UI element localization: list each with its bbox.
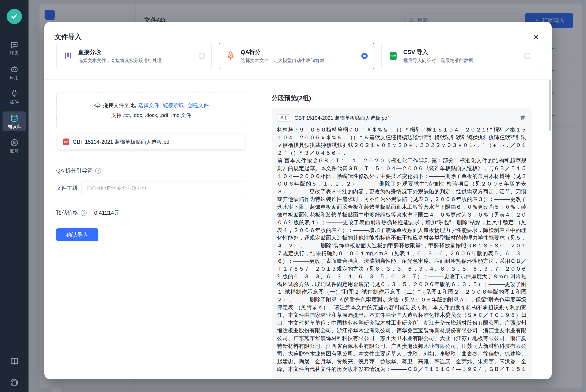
close-button[interactable] <box>531 32 541 42</box>
sidebar-item-label: 账号 <box>10 148 19 154</box>
github-icon[interactable] <box>10 378 19 387</box>
modal-scrollbar-thumb[interactable] <box>549 80 551 131</box>
sidebar-item-label: 知识库 <box>8 124 21 130</box>
chat-icon <box>10 40 19 49</box>
mode-radio[interactable] <box>524 53 530 59</box>
app-sidebar: 聊天 应用 插件 知识库 账号 <box>0 0 29 392</box>
dialog-title: 文件导入 <box>55 32 82 42</box>
close-icon <box>532 34 539 41</box>
sidebar-item-label: 应用 <box>10 75 19 81</box>
dialog-divider <box>44 79 552 80</box>
uploaded-file-name: GBT 15104-2021 装饰单板贴面人造板.pdf <box>73 138 171 146</box>
uploaded-file-item[interactable]: PDF GBT 15104-2021 装饰单板贴面人造板.pdf <box>58 134 245 149</box>
file-theme-input[interactable] <box>81 182 246 194</box>
import-mode-options: 直接分段 选择文本文件，直接将其按分段进行处理 QA拆分 选择文本文件，让大模型… <box>56 43 537 69</box>
mode-title: CSV 导入 <box>403 48 519 56</box>
mode-title: 直接分段 <box>78 48 194 56</box>
sidebar-item-label: 聊天 <box>10 50 19 56</box>
svg-text:PDF: PDF <box>64 141 68 143</box>
rocket-icon <box>226 51 236 61</box>
mode-desc: 选择文本文件，直接将其按分段进行处理 <box>78 58 194 64</box>
file-dropzone[interactable]: 拖拽文件至此, 选择文件, 链接读取, 创建文件 支持 .txt, .doc, … <box>56 92 246 128</box>
sidebar-item-plugins[interactable]: 插件 <box>3 87 26 107</box>
help-icon[interactable]: ? <box>81 210 87 216</box>
sidebar-item-label: 插件 <box>10 99 19 105</box>
mode-title: QA拆分 <box>241 48 356 56</box>
knowledge-base-icon <box>10 114 19 122</box>
drop-text: 拖拽文件至此, <box>103 102 136 109</box>
mode-desc: 选择文本文件，让大模型自动生成问答对 <box>241 58 356 64</box>
mode-radio[interactable] <box>199 53 205 59</box>
confirm-import-button[interactable]: 确认导入 <box>56 228 98 241</box>
account-icon <box>10 138 19 147</box>
estimated-price-value: 0.41214元 <box>94 209 120 216</box>
file-theme-row: 文件主题 <box>56 182 246 194</box>
chunk-source-file: GBT 15104-2021 装饰单板贴面人造板.pdf <box>295 114 389 122</box>
screen: 聊天 应用 插件 知识库 账号 <box>0 0 586 392</box>
segment-preview-title: 分段预览(2组) <box>272 94 532 102</box>
segment-icon <box>63 51 73 61</box>
sidebar-bottom <box>0 357 29 387</box>
file-import-dialog: 文件导入 直接分段 选择文本文件，直接将其按分段进行处理 QA拆分 选择文本文件… <box>44 22 552 379</box>
file-theme-label: 文件主题 <box>56 184 81 192</box>
logo-check-icon <box>10 12 18 20</box>
supported-types-text: 支持 .txt, .doc, .docx, .pdf, .md 文件 <box>111 112 191 119</box>
mode-card-direct-segment[interactable]: 直接分段 选择文本文件，直接将其按分段进行处理 <box>56 43 212 69</box>
chunk-index-badge: # 1 <box>277 114 290 122</box>
segment-preview-panel: 分段预览(2组) # 1 GBT 15104-2021 装饰单板贴面人造板.pd… <box>272 94 532 378</box>
app-logo[interactable] <box>7 9 22 24</box>
mode-card-csv-import[interactable]: CSV CSV 导入 批量导入问答对，是最精准的数据 <box>381 43 537 69</box>
mode-card-qa-split[interactable]: QA拆分 选择文本文件，让大模型自动生成问答对 <box>219 43 374 69</box>
apps-icon <box>10 65 19 74</box>
preview-chunk-card: # 1 GBT 15104-2021 装饰单板贴面人造板.pdf 枓楂犛７９．０… <box>272 108 532 378</box>
upload-column: 拖拽文件至此, 选择文件, 链接读取, 创建文件 支持 .txt, .doc, … <box>56 92 246 241</box>
upload-cloud-icon <box>94 102 101 109</box>
docs-icon[interactable] <box>10 357 19 366</box>
select-file-link[interactable]: 选择文件, <box>138 102 161 109</box>
qa-prompt-label: QA 拆分引导词 <box>56 167 93 174</box>
sidebar-item-account[interactable]: 账号 <box>3 136 26 156</box>
estimated-price-row: 预估价格 ? 0.41214元 <box>56 209 246 216</box>
create-file-link[interactable]: 创建文件 <box>188 102 209 109</box>
sidebar-item-chat[interactable]: 聊天 <box>3 38 26 58</box>
mode-desc: 批量导入问答对，是最精准的数据 <box>403 58 519 64</box>
delete-chunk-button[interactable] <box>520 114 526 122</box>
sidebar-item-apps[interactable]: 应用 <box>3 62 26 82</box>
info-icon[interactable]: i <box>95 168 101 174</box>
pdf-file-icon: PDF <box>63 138 69 146</box>
csv-file-icon: CSV <box>388 51 398 61</box>
qa-prompt-row: QA 拆分引导词 i <box>56 167 246 174</box>
trash-icon <box>520 114 526 121</box>
chunk-content: 枓楂犛７９．０６０椬楂犛榈７０!＂＃＄％＆＇（）＊椵犭／樕１５１０４—２０２１!… <box>277 126 526 374</box>
mode-radio-selected[interactable] <box>361 53 368 59</box>
svg-text:CSV: CSV <box>390 55 396 58</box>
sidebar-item-knowledge-base[interactable]: 知识库 <box>3 112 26 131</box>
link-fetch-link[interactable]: 链接读取, <box>163 102 185 109</box>
plugin-icon <box>10 90 19 98</box>
sidebar-nav: 聊天 应用 插件 知识库 账号 <box>0 38 29 156</box>
estimated-price-label: 预估价格 <box>56 209 78 216</box>
